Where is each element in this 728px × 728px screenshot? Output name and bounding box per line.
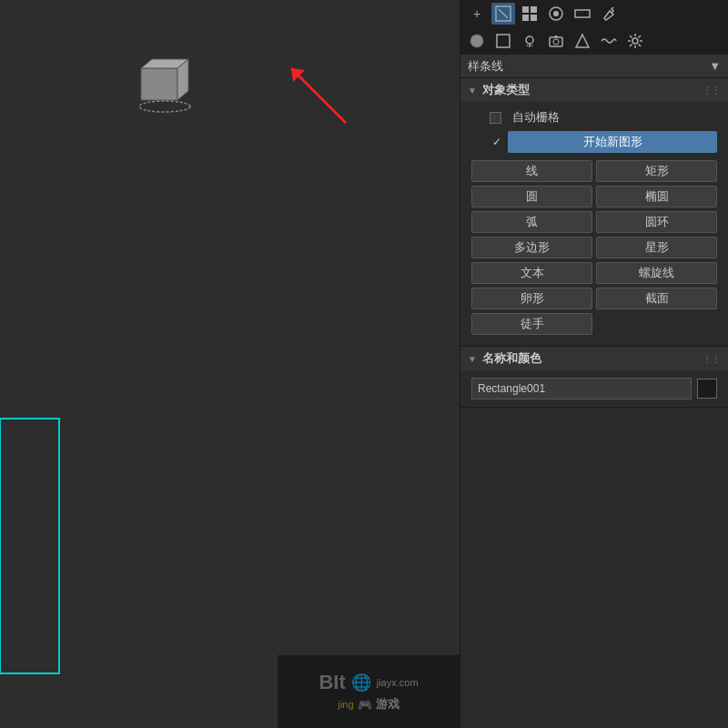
circle2-button[interactable]	[465, 30, 489, 52]
toolbar-row1: +	[460, 0, 728, 27]
svg-rect-16	[522, 15, 529, 21]
panel-header[interactable]: 样条线 ▼	[460, 55, 728, 78]
rect-button[interactable]	[571, 3, 594, 25]
start-shape-button[interactable]: 开始新图形	[508, 131, 717, 153]
shape-btn-star[interactable]: 星形	[596, 237, 717, 258]
grid-button[interactable]	[518, 3, 541, 25]
color-swatch[interactable]	[697, 379, 717, 399]
shape-btn-helix[interactable]: 螺旋线	[596, 262, 717, 284]
svg-line-13	[499, 9, 508, 18]
name-input[interactable]	[471, 378, 692, 399]
svg-rect-6	[141, 68, 177, 100]
object-type-content: 自动栅格 ✓ 开始新图形	[460, 102, 728, 346]
wrench-button[interactable]	[597, 3, 621, 25]
content-area: BIt 🌐 jiayx.com jing 🎮 游戏 +	[0, 0, 728, 728]
auto-grid-label: 自动栅格	[512, 109, 560, 126]
watermark-site: jiayx.com	[377, 677, 419, 688]
name-color-row	[471, 378, 717, 399]
svg-line-10	[291, 68, 346, 123]
camera-button[interactable]	[544, 30, 568, 52]
shape-btn-arc[interactable]: 弧	[471, 211, 592, 233]
name-color-collapse-icon: ▼	[468, 354, 477, 364]
watermark-label: 游戏	[376, 696, 399, 713]
section-dots-icon: ⋮⋮	[703, 86, 721, 96]
shape-grid-empty	[596, 313, 717, 335]
svg-line-26	[531, 45, 532, 46]
object-type-section: ▼ 对象类型 ⋮⋮ 自动栅格	[460, 78, 728, 347]
spline-label: 样条线	[468, 58, 503, 75]
svg-marker-30	[576, 35, 589, 47]
shape-grid: 线 矩形 圆 椭圆 弧 圆环 多边形 星形 文本 螺旋线 卵形 截面	[471, 160, 717, 335]
svg-line-25	[527, 45, 528, 46]
toolbar-row2	[460, 27, 728, 55]
svg-rect-20	[575, 10, 590, 17]
red-arrow	[273, 50, 400, 141]
right-panel: +	[460, 0, 728, 728]
svg-rect-17	[531, 15, 537, 21]
panel-content: 样条线 ▼ ▼ 对象类型 ⋮⋮ 自动栅	[460, 55, 728, 728]
shape-btn-circle[interactable]: 圆	[471, 186, 592, 207]
svg-point-29	[553, 39, 559, 45]
settings-button[interactable]	[623, 30, 647, 52]
svg-point-19	[553, 11, 559, 16]
light-button[interactable]	[518, 30, 541, 52]
svg-rect-14	[522, 6, 529, 13]
shape-btn-line[interactable]: 线	[471, 160, 592, 182]
3d-viewport[interactable]: BIt 🌐 jiayx.com jing 🎮 游戏	[0, 0, 460, 728]
svg-point-21	[470, 35, 483, 47]
main-container: BIt 🌐 jiayx.com jing 🎮 游戏 +	[0, 0, 728, 728]
start-shape-row: ✓ 开始新图形	[471, 131, 717, 153]
name-color-content	[460, 370, 728, 407]
shape-btn-polygon[interactable]: 多边形	[471, 237, 592, 258]
shape-btn-text[interactable]: 文本	[471, 262, 592, 284]
svg-marker-28	[554, 35, 558, 37]
svg-rect-22	[497, 35, 510, 47]
dropdown-arrow-icon: ▼	[709, 59, 721, 73]
svg-rect-15	[531, 6, 537, 13]
object-type-header[interactable]: ▼ 对象类型 ⋮⋮	[460, 78, 728, 102]
watermark-jing: jing	[338, 699, 353, 710]
shape-btn-freehand[interactable]: 徒手	[471, 313, 592, 335]
auto-grid-checkbox[interactable]	[490, 112, 501, 124]
name-color-header[interactable]: ▼ 名称和颜色 ⋮⋮	[460, 347, 728, 370]
checkmark-icon: ✓	[490, 135, 504, 149]
svg-point-23	[526, 36, 533, 44]
name-color-label: 名称和颜色	[482, 350, 541, 367]
object-type-label: 对象类型	[482, 82, 530, 98]
svg-point-31	[632, 38, 638, 44]
watermark-bit: BIt	[318, 671, 345, 694]
watermark: BIt 🌐 jiayx.com jing 🎮 游戏	[278, 655, 460, 728]
name-color-section: ▼ 名称和颜色 ⋮⋮	[460, 347, 728, 408]
panel-toolbar: +	[460, 0, 728, 55]
shape2-button[interactable]	[491, 30, 515, 52]
wave-button[interactable]	[597, 30, 621, 52]
collapse-icon: ▼	[468, 86, 477, 96]
spline-button[interactable]	[491, 3, 515, 25]
watermark-icon: 🌐	[351, 672, 371, 693]
watermark-game: 🎮	[358, 698, 372, 712]
shape-btn-rect[interactable]: 矩形	[596, 160, 717, 182]
add-button[interactable]: +	[465, 3, 489, 25]
shape-btn-section[interactable]: 截面	[596, 288, 717, 309]
shape-btn-egg[interactable]: 卵形	[471, 288, 592, 309]
name-color-dots-icon: ⋮⋮	[703, 354, 721, 364]
shape-btn-torus[interactable]: 圆环	[596, 211, 717, 233]
triangle-button[interactable]	[571, 30, 594, 52]
auto-grid-row: 自动栅格	[471, 109, 717, 126]
circle-button[interactable]	[544, 3, 568, 25]
shape-btn-ellipse[interactable]: 椭圆	[596, 186, 717, 207]
